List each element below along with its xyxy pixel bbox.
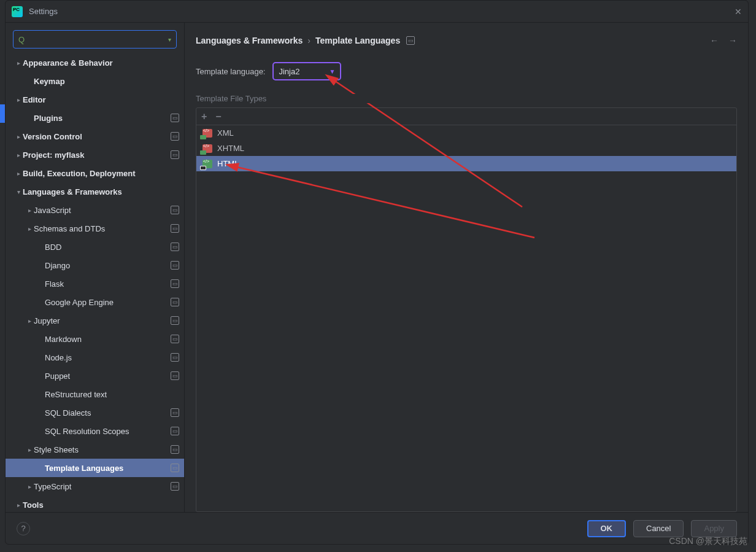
chevron-right-icon[interactable] xyxy=(25,317,34,324)
sidebar-item-label: Jupyter xyxy=(34,316,171,325)
sidebar-item-label: Editor xyxy=(23,95,179,104)
settings-dialog: Settings ✕ Q ▾ Appearance & BehaviorKeym… xyxy=(5,0,749,545)
dialog-footer: ? OK Cancel Apply xyxy=(6,512,748,544)
breadcrumb-root[interactable]: Languages & Frameworks xyxy=(196,36,303,45)
chevron-right-icon[interactable] xyxy=(14,502,23,508)
file-type-row-html[interactable]: HTML xyxy=(196,156,736,171)
search-dropdown-icon[interactable]: ▾ xyxy=(168,36,171,43)
chevron-right-icon[interactable] xyxy=(14,170,23,177)
sidebar-item-label: Languages & Frameworks xyxy=(23,187,179,196)
help-button[interactable]: ? xyxy=(17,522,30,535)
file-types-list: + − XMLXHTMLHTML xyxy=(196,107,737,512)
chevron-right-icon[interactable] xyxy=(14,152,23,158)
settings-tree: Appearance & BehaviorKeymapEditorPlugins… xyxy=(6,53,184,512)
sidebar-item-editor[interactable]: Editor xyxy=(6,90,184,109)
sidebar-item-sql-dialects[interactable]: SQL Dialects▭ xyxy=(6,403,184,422)
search-input[interactable]: Q ▾ xyxy=(13,30,177,49)
search-field[interactable] xyxy=(27,35,168,44)
ok-button[interactable]: OK xyxy=(587,520,627,537)
sidebar-item-build-execution-deployment[interactable]: Build, Execution, Deployment xyxy=(6,164,184,182)
sidebar-item-label: SQL Resolution Scopes xyxy=(45,427,171,436)
project-scope-icon: ▭ xyxy=(171,353,179,362)
html-file-icon xyxy=(202,160,212,168)
sidebar-item-label: Markdown xyxy=(45,335,171,344)
sidebar-item-version-control[interactable]: Version Control▭ xyxy=(6,127,184,146)
sidebar-item-tools[interactable]: Tools xyxy=(6,496,184,512)
sidebar-item-restructured-text[interactable]: ReStructured text xyxy=(6,385,184,403)
project-scope-icon: ▭ xyxy=(171,114,179,122)
sidebar-item-label: Flask xyxy=(45,279,171,289)
chevron-right-icon[interactable] xyxy=(25,483,34,490)
sidebar-item-label: Plugins xyxy=(34,114,171,123)
sidebar-item-jupyter[interactable]: Jupyter▭ xyxy=(6,311,184,330)
chevron-right-icon: › xyxy=(307,36,310,45)
sidebar-item-node-js[interactable]: Node.js▭ xyxy=(6,348,184,367)
app-icon xyxy=(12,6,23,17)
file-type-row-xhtml[interactable]: XHTML xyxy=(196,141,736,156)
project-scope-icon: ▭ xyxy=(171,206,179,214)
project-scope-icon: ▭ xyxy=(171,261,179,270)
titlebar: Settings ✕ xyxy=(6,1,748,23)
chevron-down-icon[interactable] xyxy=(14,189,23,195)
chevron-right-icon[interactable] xyxy=(14,96,23,103)
close-icon[interactable]: ✕ xyxy=(735,7,742,17)
sidebar-item-label: Version Control xyxy=(23,132,171,141)
chevron-right-icon[interactable] xyxy=(14,60,23,66)
sidebar-item-flask[interactable]: Flask▭ xyxy=(6,274,184,293)
breadcrumb: Languages & Frameworks › Template Langua… xyxy=(196,31,737,50)
file-type-label: HTML xyxy=(217,159,239,168)
sidebar-item-puppet[interactable]: Puppet▭ xyxy=(6,367,184,385)
project-scope-icon: ▭ xyxy=(171,464,179,472)
sidebar-item-label: Google App Engine xyxy=(45,298,171,307)
sidebar-item-google-app-engine[interactable]: Google App Engine▭ xyxy=(6,293,184,311)
file-type-row-xml[interactable]: XML xyxy=(196,125,736,141)
project-scope-icon: ▭ xyxy=(171,132,179,141)
sidebar-item-template-languages[interactable]: Template Languages▭ xyxy=(6,459,184,477)
sidebar-item-django[interactable]: Django▭ xyxy=(6,256,184,274)
sidebar-item-label: Style Sheets xyxy=(34,445,171,454)
sidebar-item-keymap[interactable]: Keymap xyxy=(6,72,184,90)
sidebar-item-label: TypeScript xyxy=(34,482,171,491)
template-language-value: Jinja2 xyxy=(279,67,324,76)
breadcrumb-page: Template Languages xyxy=(315,36,400,45)
cancel-button[interactable]: Cancel xyxy=(633,520,684,537)
file-types-group-label: Template File Types xyxy=(196,94,737,103)
project-scope-icon: ▭ xyxy=(171,298,179,306)
chevron-right-icon[interactable] xyxy=(14,133,23,140)
sidebar-item-typescript[interactable]: TypeScript▭ xyxy=(6,477,184,496)
project-scope-icon: ▭ xyxy=(406,36,415,45)
sidebar-item-label: Puppet xyxy=(45,371,171,381)
sidebar-item-project-myflask[interactable]: Project: myflask▭ xyxy=(6,146,184,164)
project-scope-icon: ▭ xyxy=(171,445,179,454)
sidebar-item-label: Node.js xyxy=(45,353,171,362)
template-language-label: Template language: xyxy=(196,67,265,76)
sidebar-item-label: SQL Dialects xyxy=(45,408,171,418)
sidebar-item-javascript[interactable]: JavaScript▭ xyxy=(6,201,184,219)
sidebar-item-sql-resolution-scopes[interactable]: SQL Resolution Scopes▭ xyxy=(6,422,184,440)
remove-file-type-button[interactable]: − xyxy=(215,111,221,122)
sidebar-item-plugins[interactable]: Plugins▭ xyxy=(6,109,184,127)
sidebar: Q ▾ Appearance & BehaviorKeymapEditorPlu… xyxy=(6,23,185,512)
chevron-right-icon[interactable] xyxy=(25,446,34,453)
chevron-right-icon[interactable] xyxy=(25,225,34,232)
chevron-right-icon[interactable] xyxy=(25,207,34,214)
sidebar-item-label: Project: myflask xyxy=(23,150,171,160)
sidebar-item-bdd[interactable]: BDD▭ xyxy=(6,238,184,256)
sidebar-item-label: JavaScript xyxy=(34,206,171,215)
sidebar-item-markdown[interactable]: Markdown▭ xyxy=(6,330,184,348)
sidebar-item-label: Template Languages xyxy=(45,464,171,473)
sidebar-item-style-sheets[interactable]: Style Sheets▭ xyxy=(6,440,184,459)
template-language-select[interactable]: Jinja2 ▼ xyxy=(272,62,341,80)
project-scope-icon: ▭ xyxy=(171,427,179,435)
sidebar-item-appearance-behavior[interactable]: Appearance & Behavior xyxy=(6,53,184,72)
project-scope-icon: ▭ xyxy=(171,482,179,491)
nav-forward-icon[interactable]: → xyxy=(728,36,737,45)
add-file-type-button[interactable]: + xyxy=(201,111,207,122)
xhtml-file-icon xyxy=(202,144,212,153)
nav-back-icon[interactable]: ← xyxy=(710,36,719,45)
project-scope-icon: ▭ xyxy=(171,316,179,325)
content-panel: Languages & Frameworks › Template Langua… xyxy=(185,23,748,512)
sidebar-item-languages-frameworks[interactable]: Languages & Frameworks xyxy=(6,182,184,201)
project-scope-icon: ▭ xyxy=(171,224,179,233)
sidebar-item-schemas-and-dtds[interactable]: Schemas and DTDs▭ xyxy=(6,219,184,238)
